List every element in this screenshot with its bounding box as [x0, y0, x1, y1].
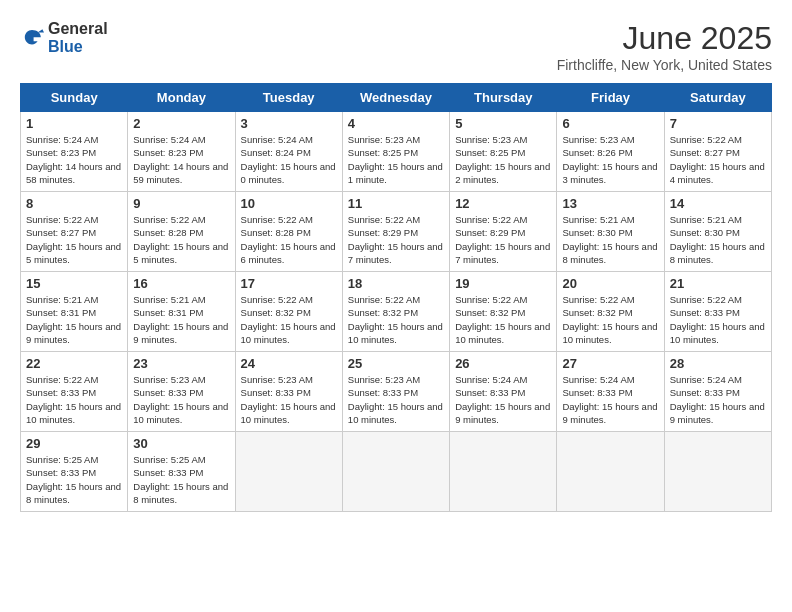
day-number: 23 [133, 356, 229, 371]
weekday-header: Sunday [21, 84, 128, 112]
calendar-day-cell: 18Sunrise: 5:22 AMSunset: 8:32 PMDayligh… [342, 272, 449, 352]
day-info: Sunrise: 5:22 AMSunset: 8:27 PMDaylight:… [670, 133, 766, 186]
day-number: 12 [455, 196, 551, 211]
day-number: 6 [562, 116, 658, 131]
day-info: Sunrise: 5:21 AMSunset: 8:30 PMDaylight:… [562, 213, 658, 266]
day-number: 13 [562, 196, 658, 211]
calendar-day-cell: 8Sunrise: 5:22 AMSunset: 8:27 PMDaylight… [21, 192, 128, 272]
calendar-day-cell: 9Sunrise: 5:22 AMSunset: 8:28 PMDaylight… [128, 192, 235, 272]
day-info: Sunrise: 5:21 AMSunset: 8:30 PMDaylight:… [670, 213, 766, 266]
calendar-day-cell: 25Sunrise: 5:23 AMSunset: 8:33 PMDayligh… [342, 352, 449, 432]
day-number: 5 [455, 116, 551, 131]
day-number: 16 [133, 276, 229, 291]
day-number: 7 [670, 116, 766, 131]
day-info: Sunrise: 5:24 AMSunset: 8:23 PMDaylight:… [133, 133, 229, 186]
calendar-day-cell: 6Sunrise: 5:23 AMSunset: 8:26 PMDaylight… [557, 112, 664, 192]
logo: General Blue [20, 20, 108, 55]
calendar-week-row: 15Sunrise: 5:21 AMSunset: 8:31 PMDayligh… [21, 272, 772, 352]
day-info: Sunrise: 5:22 AMSunset: 8:32 PMDaylight:… [348, 293, 444, 346]
day-info: Sunrise: 5:24 AMSunset: 8:33 PMDaylight:… [455, 373, 551, 426]
day-number: 24 [241, 356, 337, 371]
location: Firthcliffe, New York, United States [557, 57, 772, 73]
calendar-day-cell: 21Sunrise: 5:22 AMSunset: 8:33 PMDayligh… [664, 272, 771, 352]
logo-general: General [48, 20, 108, 37]
calendar-day-cell: 1Sunrise: 5:24 AMSunset: 8:23 PMDaylight… [21, 112, 128, 192]
day-info: Sunrise: 5:23 AMSunset: 8:33 PMDaylight:… [348, 373, 444, 426]
day-info: Sunrise: 5:22 AMSunset: 8:32 PMDaylight:… [562, 293, 658, 346]
day-number: 21 [670, 276, 766, 291]
calendar-week-row: 1Sunrise: 5:24 AMSunset: 8:23 PMDaylight… [21, 112, 772, 192]
day-number: 1 [26, 116, 122, 131]
calendar-day-cell: 7Sunrise: 5:22 AMSunset: 8:27 PMDaylight… [664, 112, 771, 192]
day-info: Sunrise: 5:23 AMSunset: 8:25 PMDaylight:… [348, 133, 444, 186]
day-number: 10 [241, 196, 337, 211]
day-number: 3 [241, 116, 337, 131]
day-number: 18 [348, 276, 444, 291]
calendar-day-cell [235, 432, 342, 512]
day-number: 20 [562, 276, 658, 291]
calendar-day-cell [342, 432, 449, 512]
calendar-day-cell: 17Sunrise: 5:22 AMSunset: 8:32 PMDayligh… [235, 272, 342, 352]
calendar-day-cell: 26Sunrise: 5:24 AMSunset: 8:33 PMDayligh… [450, 352, 557, 432]
day-info: Sunrise: 5:25 AMSunset: 8:33 PMDaylight:… [26, 453, 122, 506]
day-number: 15 [26, 276, 122, 291]
weekday-header: Tuesday [235, 84, 342, 112]
weekday-header: Thursday [450, 84, 557, 112]
day-number: 26 [455, 356, 551, 371]
day-number: 25 [348, 356, 444, 371]
day-number: 29 [26, 436, 122, 451]
weekday-header: Saturday [664, 84, 771, 112]
day-info: Sunrise: 5:21 AMSunset: 8:31 PMDaylight:… [26, 293, 122, 346]
weekday-header: Friday [557, 84, 664, 112]
day-number: 17 [241, 276, 337, 291]
logo-text: General Blue [48, 20, 108, 55]
calendar-day-cell: 23Sunrise: 5:23 AMSunset: 8:33 PMDayligh… [128, 352, 235, 432]
day-info: Sunrise: 5:24 AMSunset: 8:23 PMDaylight:… [26, 133, 122, 186]
day-info: Sunrise: 5:23 AMSunset: 8:33 PMDaylight:… [241, 373, 337, 426]
month-title: June 2025 [557, 20, 772, 57]
calendar-week-row: 8Sunrise: 5:22 AMSunset: 8:27 PMDaylight… [21, 192, 772, 272]
logo-blue: Blue [48, 38, 83, 55]
day-info: Sunrise: 5:24 AMSunset: 8:33 PMDaylight:… [562, 373, 658, 426]
day-info: Sunrise: 5:23 AMSunset: 8:25 PMDaylight:… [455, 133, 551, 186]
calendar-week-row: 29Sunrise: 5:25 AMSunset: 8:33 PMDayligh… [21, 432, 772, 512]
calendar-day-cell [664, 432, 771, 512]
day-info: Sunrise: 5:23 AMSunset: 8:33 PMDaylight:… [133, 373, 229, 426]
day-info: Sunrise: 5:23 AMSunset: 8:26 PMDaylight:… [562, 133, 658, 186]
day-number: 19 [455, 276, 551, 291]
calendar-day-cell: 24Sunrise: 5:23 AMSunset: 8:33 PMDayligh… [235, 352, 342, 432]
calendar-day-cell: 12Sunrise: 5:22 AMSunset: 8:29 PMDayligh… [450, 192, 557, 272]
calendar-day-cell: 13Sunrise: 5:21 AMSunset: 8:30 PMDayligh… [557, 192, 664, 272]
day-number: 27 [562, 356, 658, 371]
day-info: Sunrise: 5:22 AMSunset: 8:32 PMDaylight:… [455, 293, 551, 346]
day-number: 9 [133, 196, 229, 211]
calendar-day-cell: 2Sunrise: 5:24 AMSunset: 8:23 PMDaylight… [128, 112, 235, 192]
day-info: Sunrise: 5:22 AMSunset: 8:29 PMDaylight:… [455, 213, 551, 266]
day-number: 4 [348, 116, 444, 131]
weekday-header: Monday [128, 84, 235, 112]
day-info: Sunrise: 5:22 AMSunset: 8:33 PMDaylight:… [670, 293, 766, 346]
calendar-day-cell [450, 432, 557, 512]
day-number: 11 [348, 196, 444, 211]
calendar-week-row: 22Sunrise: 5:22 AMSunset: 8:33 PMDayligh… [21, 352, 772, 432]
weekday-header: Wednesday [342, 84, 449, 112]
day-number: 14 [670, 196, 766, 211]
day-number: 30 [133, 436, 229, 451]
day-info: Sunrise: 5:22 AMSunset: 8:28 PMDaylight:… [133, 213, 229, 266]
calendar-day-cell: 27Sunrise: 5:24 AMSunset: 8:33 PMDayligh… [557, 352, 664, 432]
calendar-day-cell: 28Sunrise: 5:24 AMSunset: 8:33 PMDayligh… [664, 352, 771, 432]
day-info: Sunrise: 5:22 AMSunset: 8:32 PMDaylight:… [241, 293, 337, 346]
day-info: Sunrise: 5:22 AMSunset: 8:29 PMDaylight:… [348, 213, 444, 266]
day-info: Sunrise: 5:22 AMSunset: 8:28 PMDaylight:… [241, 213, 337, 266]
calendar-header-row: SundayMondayTuesdayWednesdayThursdayFrid… [21, 84, 772, 112]
calendar-day-cell: 19Sunrise: 5:22 AMSunset: 8:32 PMDayligh… [450, 272, 557, 352]
day-number: 2 [133, 116, 229, 131]
day-number: 28 [670, 356, 766, 371]
day-info: Sunrise: 5:24 AMSunset: 8:33 PMDaylight:… [670, 373, 766, 426]
day-info: Sunrise: 5:22 AMSunset: 8:27 PMDaylight:… [26, 213, 122, 266]
calendar-day-cell [557, 432, 664, 512]
day-number: 22 [26, 356, 122, 371]
calendar-day-cell: 20Sunrise: 5:22 AMSunset: 8:32 PMDayligh… [557, 272, 664, 352]
title-block: June 2025 Firthcliffe, New York, United … [557, 20, 772, 73]
calendar-day-cell: 16Sunrise: 5:21 AMSunset: 8:31 PMDayligh… [128, 272, 235, 352]
